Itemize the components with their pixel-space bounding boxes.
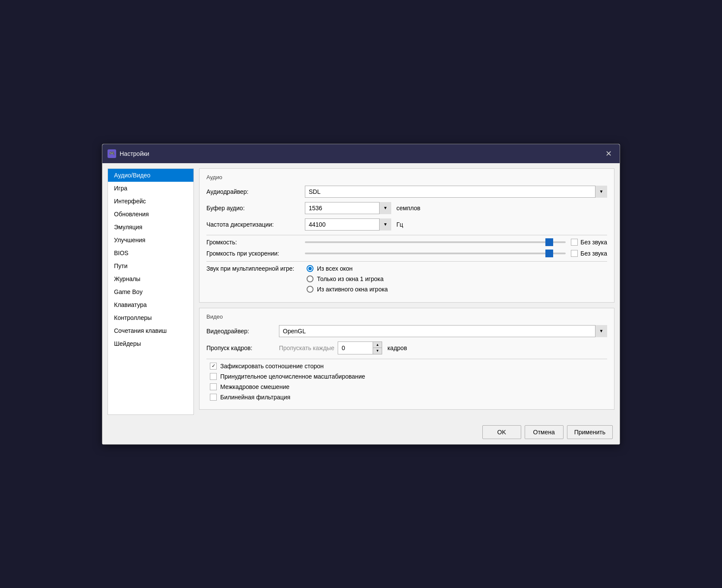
skip-frames-row: Пропуск кадров: Пропускать каждые ▲ ▼ ка… (206, 341, 607, 354)
sample-rate-unit: Гц (396, 221, 403, 228)
sidebar-item-enhancements[interactable]: Улучшения (108, 234, 193, 247)
divider-2 (206, 261, 607, 262)
apply-button[interactable]: Применить (567, 425, 613, 439)
spinbox-buttons: ▲ ▼ (373, 342, 382, 354)
audio-section: Аудио Аудиодрайвер: SDL ▼ Буфер аудио: (199, 168, 614, 303)
cancel-button[interactable]: Отмена (525, 425, 564, 439)
sidebar-item-interface[interactable]: Интерфейс (108, 195, 193, 208)
sidebar-item-logs[interactable]: Журналы (108, 272, 193, 285)
radio-group: Из всех окон Только из окна 1 игрока Из … (307, 265, 388, 293)
app-icon: 🎮 (108, 149, 116, 158)
audio-driver-select[interactable]: SDL (305, 186, 607, 198)
spinbox-up-button[interactable]: ▲ (373, 342, 382, 348)
video-driver-select-wrapper: OpenGL ▼ (279, 325, 607, 337)
checkbox-aspect-ratio[interactable] (210, 363, 217, 370)
sample-rate-select-wrapper: 44100 ▼ (305, 218, 391, 231)
radio-row-2: Из активного окна игрока (307, 286, 388, 293)
sidebar-item-updates[interactable]: Обновления (108, 208, 193, 221)
skip-spinbox: ▲ ▼ (338, 341, 382, 354)
sidebar-item-bios[interactable]: BIOS (108, 247, 193, 259)
sidebar: Аудио/Видео Игра Интерфейс Обновления Эм… (108, 168, 194, 415)
sidebar-item-keyboard[interactable]: Клавиатура (108, 298, 193, 311)
audio-driver-label: Аудиодрайвер: (206, 188, 301, 195)
volume-acc-mute-btn[interactable]: Без звука (571, 250, 607, 257)
titlebar: 🎮 Настройки ✕ (102, 144, 620, 163)
window-title: Настройки (120, 150, 149, 157)
skip-unit: кадров (387, 345, 407, 351)
skip-frames-controls: Пропускать каждые ▲ ▼ кадров (279, 341, 407, 354)
sample-rate-row: Частота дискретизации: 44100 ▼ Гц (206, 218, 607, 231)
volume-acc-row: Громкость при ускорении: Без звука (206, 250, 607, 257)
volume-mute-checkbox[interactable] (571, 239, 578, 246)
sidebar-item-controllers[interactable]: Контроллеры (108, 311, 193, 324)
checkbox-row-3: Билинейная фильтрация (210, 394, 607, 401)
main-content: Аудио/Видео Игра Интерфейс Обновления Эм… (102, 163, 620, 420)
radio-player1-label: Только из окна 1 игрока (317, 275, 383, 282)
audio-buffer-label: Буфер аудио: (206, 205, 301, 212)
radio-active-window[interactable] (307, 286, 314, 293)
radio-player1[interactable] (307, 275, 314, 282)
divider-1 (206, 235, 607, 235)
footer: OK Отмена Применить (102, 420, 620, 444)
sample-rate-select[interactable]: 44100 (305, 218, 391, 231)
volume-acc-mute-checkbox[interactable] (571, 250, 578, 257)
volume-row: Громкость: Без звука (206, 239, 607, 246)
main-panel: Аудио Аудиодрайвер: SDL ▼ Буфер аудио: (199, 168, 614, 415)
ok-button[interactable]: OK (482, 425, 521, 439)
checkbox-row-1: Принудительное целочисленное масштабиров… (210, 373, 607, 380)
skip-spinbox-input[interactable] (338, 342, 373, 354)
checkbox-bilinear[interactable] (210, 394, 217, 401)
divider-3 (206, 359, 607, 359)
checkbox-integer-scale[interactable] (210, 373, 217, 380)
volume-mute-btn[interactable]: Без звука (571, 239, 607, 246)
audio-buffer-unit: семплов (396, 205, 421, 212)
spinbox-down-button[interactable]: ▼ (373, 348, 382, 354)
video-section-title: Видео (206, 313, 607, 320)
sample-rate-label: Частота дискретизации: (206, 221, 301, 228)
multiplayer-label: Звук при мультиплеерной игре: (206, 265, 301, 272)
radio-all-windows-label: Из всех окон (317, 265, 353, 272)
audio-driver-select-wrapper: SDL ▼ (305, 186, 607, 198)
radio-row-1: Только из окна 1 игрока (307, 275, 388, 282)
volume-label: Громкость: (206, 239, 301, 246)
sidebar-item-hotkeys[interactable]: Сочетания клавиш (108, 324, 193, 337)
audio-section-title: Аудио (206, 174, 607, 180)
skip-frames-label: Пропуск кадров: (206, 345, 276, 351)
volume-mute-label: Без звука (580, 239, 607, 246)
settings-window: 🎮 Настройки ✕ Аудио/Видео Игра Интерфейс… (102, 144, 620, 445)
multiplayer-row: Звук при мультиплеерной игре: Из всех ок… (206, 265, 607, 293)
sidebar-item-game[interactable]: Игра (108, 182, 193, 195)
titlebar-left: 🎮 Настройки (108, 149, 149, 158)
video-driver-select[interactable]: OpenGL (279, 325, 607, 337)
checkbox-frame-blend-label: Межкадровое смешение (220, 383, 289, 390)
volume-slider[interactable] (305, 241, 566, 243)
video-section: Видео Видеодрайвер: OpenGL ▼ Пропуск кад… (199, 308, 614, 410)
radio-active-window-label: Из активного окна игрока (317, 286, 388, 293)
checkbox-bilinear-label: Билинейная фильтрация (220, 394, 290, 401)
checkbox-row-2: Межкадровое смешение (210, 383, 607, 390)
close-button[interactable]: ✕ (602, 148, 614, 160)
radio-all-windows[interactable] (307, 265, 314, 272)
volume-acc-label: Громкость при ускорении: (206, 250, 301, 257)
volume-acc-mute-label: Без звука (580, 250, 607, 257)
volume-acc-slider[interactable] (305, 253, 566, 254)
checkbox-frame-blend[interactable] (210, 383, 217, 390)
sidebar-item-paths[interactable]: Пути (108, 259, 193, 272)
audio-buffer-select[interactable]: 1536 (305, 202, 391, 214)
audio-buffer-select-wrapper: 1536 ▼ (305, 202, 391, 214)
video-driver-row: Видеодрайвер: OpenGL ▼ (206, 325, 607, 337)
audio-buffer-row: Буфер аудио: 1536 ▼ семплов (206, 202, 607, 214)
sidebar-item-gameboy[interactable]: Game Boy (108, 285, 193, 298)
radio-row-0: Из всех окон (307, 265, 388, 272)
sidebar-item-audio-video[interactable]: Аудио/Видео (108, 169, 193, 182)
video-driver-label: Видеодрайвер: (206, 328, 276, 335)
audio-driver-row: Аудиодрайвер: SDL ▼ (206, 186, 607, 198)
checkbox-aspect-ratio-label: Зафиксировать соотношение сторон (220, 363, 324, 370)
skip-prefix: Пропускать каждые (279, 345, 334, 351)
sidebar-item-shaders[interactable]: Шейдеры (108, 337, 193, 350)
sidebar-item-emulation[interactable]: Эмуляция (108, 221, 193, 234)
checkbox-integer-scale-label: Принудительное целочисленное масштабиров… (220, 373, 365, 380)
checkbox-row-0: Зафиксировать соотношение сторон (210, 363, 607, 370)
